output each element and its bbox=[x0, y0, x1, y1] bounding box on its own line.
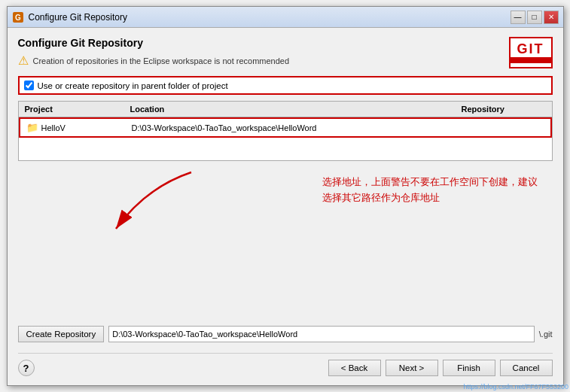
window-title: Configure Git Repository bbox=[29, 12, 511, 23]
dialog-content: Configure Git Repository ⚠ Creation of r… bbox=[8, 28, 563, 385]
warning-icon: ⚠ bbox=[18, 53, 29, 68]
close-button[interactable]: ✕ bbox=[544, 11, 559, 24]
annotation-text: 选择地址，上面警告不要在工作空间下创建，建议 选择其它路径作为仓库地址 bbox=[322, 175, 538, 206]
annotation-area: 选择地址，上面警告不要在工作空间下创建，建议 选择其它路径作为仓库地址 bbox=[18, 161, 553, 323]
table-header: Project Location Repository bbox=[19, 102, 552, 117]
repo-path-input[interactable] bbox=[108, 326, 535, 342]
col-repository: Repository bbox=[459, 103, 549, 115]
checkbox-section: Use or create repository in parent folde… bbox=[18, 76, 553, 95]
cell-project-text: HelloV bbox=[41, 123, 66, 132]
dialog-title: Configure Git Repository bbox=[18, 37, 290, 49]
svg-text:G: G bbox=[15, 14, 21, 22]
help-button[interactable]: ? bbox=[18, 360, 35, 376]
footer-left: ? bbox=[18, 360, 35, 376]
folder-icon: 📁 bbox=[26, 122, 38, 133]
col-project: Project bbox=[22, 103, 127, 115]
header-section: Configure Git Repository ⚠ Creation of r… bbox=[18, 37, 553, 68]
checkbox-label: Use or create repository in parent folde… bbox=[38, 81, 228, 90]
maximize-button[interactable]: □ bbox=[527, 11, 542, 24]
cell-project: 📁 HelloV bbox=[23, 120, 129, 135]
minimize-button[interactable]: — bbox=[511, 11, 526, 24]
git-logo-bar bbox=[511, 57, 551, 63]
create-repo-row: Create Repository \.git bbox=[18, 323, 553, 342]
main-window: G Configure Git Repository — □ ✕ Configu… bbox=[7, 6, 564, 386]
annotation-line1: 选择地址，上面警告不要在工作空间下创建，建议 bbox=[322, 176, 538, 187]
table-row[interactable]: 📁 HelloV D:\03-Workspace\0-TaoTao_worksp… bbox=[19, 117, 552, 138]
use-parent-folder-checkbox[interactable] bbox=[24, 81, 34, 90]
cancel-button[interactable]: Cancel bbox=[500, 360, 553, 376]
warning-row: ⚠ Creation of repositories in the Eclips… bbox=[18, 53, 290, 68]
arrow-container bbox=[78, 165, 214, 240]
col-location: Location bbox=[127, 103, 459, 115]
create-repository-button[interactable]: Create Repository bbox=[18, 326, 105, 342]
git-logo-text: GIT bbox=[517, 42, 544, 56]
cell-location: D:\03-Workspace\0-TaoTao_workspace\Hello… bbox=[129, 120, 457, 135]
footer-buttons: ? < Back Next > Finish Cancel bbox=[18, 353, 553, 376]
window-controls: — □ ✕ bbox=[511, 11, 559, 24]
watermark: https://blog.csdn.net/FF67F553200 bbox=[463, 383, 568, 390]
next-button[interactable]: Next > bbox=[386, 360, 438, 376]
cell-repository bbox=[457, 120, 547, 135]
bottom-section: Create Repository \.git ? < Back Next > … bbox=[18, 323, 553, 376]
header-left: Configure Git Repository ⚠ Creation of r… bbox=[18, 37, 290, 68]
footer-right: < Back Next > Finish Cancel bbox=[328, 360, 553, 376]
warning-text: Creation of repositories in the Eclipse … bbox=[33, 56, 290, 65]
finish-button[interactable]: Finish bbox=[443, 360, 495, 376]
project-table: Project Location Repository 📁 HelloV D:\… bbox=[18, 101, 553, 161]
annotation-line2: 选择其它路径作为仓库地址 bbox=[322, 192, 440, 203]
back-button[interactable]: < Back bbox=[328, 360, 381, 376]
git-suffix: \.git bbox=[539, 330, 553, 339]
title-bar: G Configure Git Repository — □ ✕ bbox=[8, 7, 563, 28]
window-icon: G bbox=[12, 11, 24, 23]
git-logo: GIT bbox=[509, 37, 553, 68]
